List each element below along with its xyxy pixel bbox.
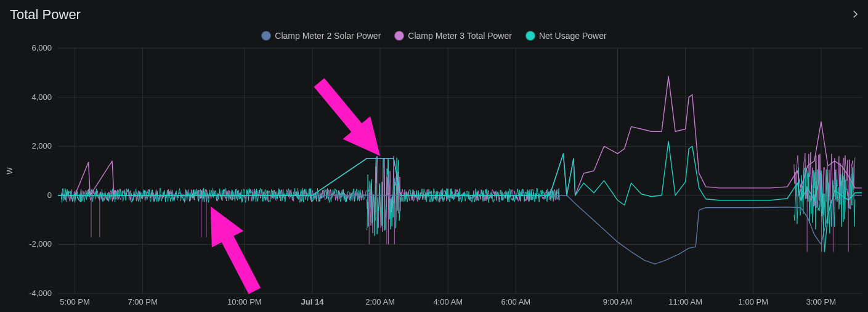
panel-title: Total Power bbox=[10, 7, 81, 23]
svg-text:6,000: 6,000 bbox=[31, 44, 52, 52]
svg-text:7:00 PM: 7:00 PM bbox=[128, 297, 157, 306]
svg-text:Jul 14: Jul 14 bbox=[301, 297, 325, 306]
legend-label: Net Usage Power bbox=[539, 31, 607, 41]
svg-text:3:00 PM: 3:00 PM bbox=[806, 297, 836, 306]
legend-item-total[interactable]: Clamp Meter 3 Total Power bbox=[394, 31, 512, 41]
svg-text:2:00 AM: 2:00 AM bbox=[365, 297, 395, 306]
chevron-right-icon bbox=[850, 9, 861, 20]
svg-text:4:00 AM: 4:00 AM bbox=[433, 297, 463, 306]
panel-header: Total Power bbox=[0, 0, 868, 27]
legend-swatch-icon bbox=[525, 31, 535, 41]
svg-text:0: 0 bbox=[47, 191, 52, 200]
svg-text:10:00 PM: 10:00 PM bbox=[227, 297, 262, 306]
legend-item-net[interactable]: Net Usage Power bbox=[525, 31, 607, 41]
legend-item-solar[interactable]: Clamp Meter 2 Solar Power bbox=[261, 31, 381, 41]
legend-label: Clamp Meter 2 Solar Power bbox=[275, 31, 381, 41]
chart-plot-area[interactable]: 6,0004,0002,0000-2,000-4,000 5:00 PM7:00… bbox=[0, 44, 868, 312]
svg-text:-4,000: -4,000 bbox=[29, 289, 52, 298]
chart-panel: Total Power Clamp Meter 2 Solar Power Cl… bbox=[0, 0, 868, 312]
svg-text:9:00 AM: 9:00 AM bbox=[603, 297, 633, 306]
svg-text:6:00 AM: 6:00 AM bbox=[501, 297, 531, 306]
svg-text:-2,000: -2,000 bbox=[29, 239, 52, 248]
legend-swatch-icon bbox=[261, 31, 271, 41]
svg-marker-46 bbox=[306, 71, 394, 167]
svg-text:2,000: 2,000 bbox=[31, 141, 52, 150]
svg-text:11:00 AM: 11:00 AM bbox=[668, 297, 702, 306]
chart-svg: 6,0004,0002,0000-2,000-4,000 5:00 PM7:00… bbox=[0, 44, 868, 312]
svg-text:4,000: 4,000 bbox=[31, 92, 52, 102]
svg-text:1:00 PM: 1:00 PM bbox=[739, 297, 768, 306]
legend-label: Clamp Meter 3 Total Power bbox=[408, 31, 512, 41]
chart-legend: Clamp Meter 2 Solar Power Clamp Meter 3 … bbox=[0, 27, 868, 44]
y-axis-title: W bbox=[6, 167, 14, 174]
panel-expand-button[interactable] bbox=[850, 9, 861, 22]
svg-text:5:00 PM: 5:00 PM bbox=[60, 297, 89, 306]
legend-swatch-icon bbox=[394, 31, 404, 41]
